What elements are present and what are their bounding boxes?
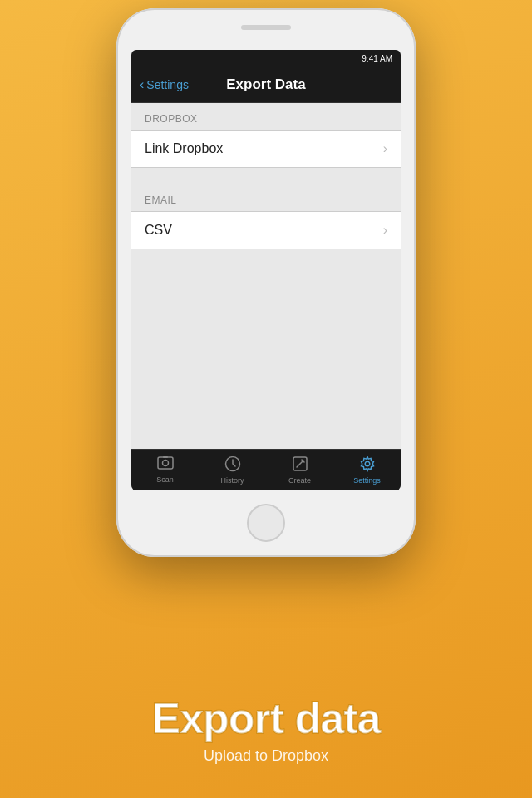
create-tab-label: Create — [288, 476, 311, 485]
home-button[interactable] — [247, 504, 285, 542]
svg-line-5 — [297, 461, 303, 467]
dropbox-section-header: DROPBOX — [131, 103, 401, 130]
svg-point-1 — [162, 461, 168, 466]
status-bar: 9:41 AM — [131, 50, 401, 66]
settings-tab-label: Settings — [353, 476, 381, 485]
history-icon — [224, 456, 241, 475]
tab-bar: Scan History — [131, 449, 401, 490]
dropbox-section: DROPBOX Link Dropbox › — [131, 103, 401, 168]
back-label: Settings — [146, 78, 189, 91]
tab-history[interactable]: History — [199, 456, 266, 485]
tab-create[interactable]: Create — [266, 456, 333, 485]
email-section-body: CSV › — [131, 211, 401, 249]
tab-scan[interactable]: Scan — [131, 456, 199, 484]
email-section: EMAIL CSV › — [131, 185, 401, 249]
email-section-header: EMAIL — [131, 185, 401, 211]
link-dropbox-label: Link Dropbox — [145, 141, 223, 156]
svg-point-7 — [365, 461, 370, 466]
create-icon — [292, 456, 308, 475]
bottom-section: Export data Upload to Dropbox — [0, 695, 532, 765]
csv-label: CSV — [145, 223, 172, 238]
page-title: Export Data — [226, 76, 305, 93]
link-dropbox-chevron-icon: › — [383, 141, 387, 156]
csv-item[interactable]: CSV › — [131, 212, 401, 249]
settings-icon — [359, 456, 376, 475]
svg-rect-2 — [163, 456, 168, 458]
phone-screen: 9:41 AM ‹ Settings Export Data DROPBOX L… — [131, 50, 401, 490]
scan-icon — [157, 456, 174, 474]
scan-tab-label: Scan — [156, 475, 174, 484]
csv-chevron-icon: › — [383, 223, 387, 238]
phone-shell: 9:41 AM ‹ Settings Export Data DROPBOX L… — [116, 8, 416, 557]
dropbox-section-body: Link Dropbox › — [131, 130, 401, 168]
bottom-title: Export data — [0, 695, 532, 742]
back-chevron-icon: ‹ — [140, 77, 144, 92]
status-bar-time: 9:41 AM — [362, 54, 392, 63]
history-tab-label: History — [220, 476, 244, 485]
tab-settings[interactable]: Settings — [333, 456, 401, 485]
back-button[interactable]: ‹ Settings — [140, 77, 189, 92]
svg-rect-0 — [158, 457, 173, 469]
content-area: DROPBOX Link Dropbox › EMAIL CSV › — [131, 103, 401, 490]
nav-bar: ‹ Settings Export Data — [131, 66, 401, 103]
link-dropbox-item[interactable]: Link Dropbox › — [131, 131, 401, 167]
bottom-subtitle: Upload to Dropbox — [0, 747, 532, 765]
phone-speaker — [241, 25, 291, 30]
